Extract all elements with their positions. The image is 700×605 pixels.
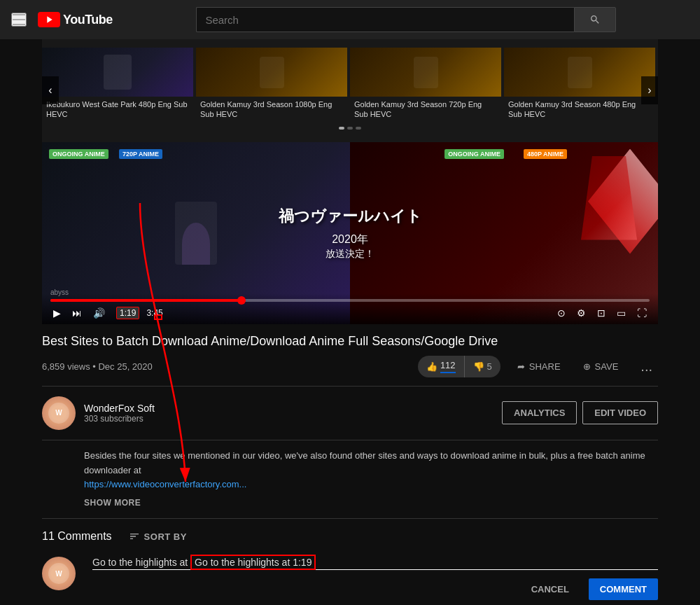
like-button[interactable]: 👍 112 [418, 356, 465, 377]
share-icon: ➦ [517, 361, 525, 372]
save-icon: ⊕ [583, 361, 591, 372]
captions-button[interactable]: ⊙ [554, 306, 568, 320]
comments-section: 11 Comments SORT BY W Go to the highligh… [42, 519, 658, 605]
thumbnail-title: Golden Kamuy 3rd Season 720p Eng Sub HEV… [350, 97, 501, 123]
list-item[interactable]: Golden Kamuy 3rd Season 720p Eng Sub HEV… [350, 48, 501, 123]
watermark: abyss [50, 288, 69, 296]
share-button[interactable]: ➦ SHARE [512, 359, 566, 375]
sort-button[interactable]: SORT BY [129, 531, 187, 542]
settings-button[interactable]: ⚙ [574, 306, 589, 320]
thumbs-up-icon: 👍 [426, 361, 438, 372]
dislike-count: 5 [487, 361, 492, 372]
video-info: Best Sites to Batch Download Anime/Downl… [42, 324, 658, 387]
description-text: Besides the four sites we mentioned in o… [84, 450, 645, 475]
edit-video-button[interactable]: EDIT VIDEO [582, 401, 658, 424]
show-more-button[interactable]: SHOW MORE [84, 496, 658, 510]
tag-ongoing-left: ONGOING ANIME [49, 149, 108, 159]
thumbnail-image [196, 48, 347, 97]
search-bar [196, 7, 616, 32]
description: Besides the four sites we mentioned in o… [42, 440, 658, 520]
comment-input-wrapper: Go to the highlights at Go to the highli… [92, 557, 658, 600]
comment-text-area: Go to the highlights at Go to the highli… [92, 557, 658, 570]
progress-dot [237, 296, 246, 305]
channel-name[interactable]: WonderFox Soft [84, 403, 155, 414]
video-player[interactable]: 禍つヴァールハイト 2020年 放送決定！ ONGOING ANIME 720P… [42, 142, 658, 324]
thumbnail-image [42, 48, 193, 97]
save-label: SAVE [595, 361, 619, 372]
main-content: ‹ Ikebukuro West Gate Park 480p Eng Sub … [14, 39, 686, 605]
video-title: Best Sites to Batch Download Anime/Downl… [42, 333, 658, 350]
skip-button[interactable]: ⏭ [69, 306, 85, 320]
carousel-prev-button[interactable]: ‹ [42, 76, 59, 104]
youtube-logo[interactable]: YouTube [38, 12, 113, 27]
commenter-avatar: W [42, 557, 76, 590]
more-options-button[interactable]: ... [635, 356, 658, 377]
tag-720p: 720P ANIME [119, 149, 162, 159]
miniplayer-button[interactable]: ⊡ [594, 306, 608, 320]
avatar-image: W [42, 396, 76, 430]
progress-fill [50, 299, 242, 302]
carousel-dot-1 [339, 127, 344, 130]
analytics-button[interactable]: ANALYTICS [502, 401, 577, 424]
search-input[interactable] [196, 7, 574, 32]
save-button[interactable]: ⊕ SAVE [578, 359, 624, 375]
share-label: SHARE [529, 361, 561, 372]
submit-comment-button[interactable]: COMMENT [589, 578, 658, 600]
carousel-dot-2 [347, 127, 353, 130]
tag-480p: 480P ANIME [524, 149, 567, 159]
channel-avatar[interactable]: W [42, 396, 76, 430]
thumbnail-title: Golden Kamuy 3rd Season 480p Eng Sub HEV… [504, 97, 655, 123]
thumbnail-image [504, 48, 655, 97]
commenter-avatar-image: W [42, 557, 76, 590]
comment-actions: CANCEL COMMENT [92, 578, 658, 600]
youtube-logo-text: YouTube [63, 13, 113, 27]
comment-text-static: Go to the highlights at Go to the highli… [92, 557, 658, 570]
video-jp-text: 禍つヴァールハイト [279, 206, 422, 227]
time-display: 1:19 3:45 [116, 308, 163, 318]
youtube-play-icon [43, 14, 55, 25]
fullscreen-button[interactable]: ⛶ [634, 306, 650, 320]
dislike-button[interactable]: 👎 5 [465, 357, 500, 376]
comment-timestamp-box: Go to the highlights at 1:19 [190, 555, 316, 570]
like-count: 112 [440, 360, 456, 373]
description-link[interactable]: https://www.videoconverterfactory.com... [84, 479, 246, 489]
thumbs-down-icon: 👎 [473, 361, 484, 372]
comment-input-row: W Go to the highlights at Go to the high… [42, 557, 658, 600]
comments-header: 11 Comments SORT BY [42, 530, 658, 543]
list-item[interactable]: Ikebukuro West Gate Park 480p Eng Sub HE… [42, 48, 193, 123]
thumbnail-image [350, 48, 501, 97]
cancel-comment-button[interactable]: CANCEL [520, 578, 580, 600]
list-item[interactable]: Golden Kamuy 3rd Season 480p Eng Sub HEV… [504, 48, 655, 123]
channel-info: WonderFox Soft 303 subscribers [84, 403, 155, 424]
upload-date-value: Dec 25, 2020 [98, 361, 152, 372]
video-meta-row: 6,859 views • Dec 25, 2020 👍 112 👎 5 [42, 356, 658, 377]
hamburger-button[interactable] [11, 13, 27, 27]
video-meta-left: 6,859 views • Dec 25, 2020 [42, 361, 153, 372]
sort-label: SORT BY [144, 531, 187, 542]
theater-button[interactable]: ▭ [614, 306, 629, 320]
channel-actions: ANALYTICS EDIT VIDEO [502, 401, 658, 424]
youtube-logo-icon [38, 12, 60, 27]
carousel-dot-3 [356, 127, 361, 130]
thumbnail-title: Golden Kamuy 3rd Season 1080p Eng Sub HE… [196, 97, 347, 123]
header: YouTube [0, 0, 700, 39]
subscriber-count: 303 subscribers [84, 414, 155, 424]
view-count: 6,859 views [42, 361, 90, 372]
carousel: ‹ Ikebukuro West Gate Park 480p Eng Sub … [42, 39, 658, 142]
progress-bar[interactable] [50, 299, 650, 302]
search-icon [589, 14, 601, 25]
search-button[interactable] [574, 7, 616, 32]
video-year-text: 2020年 放送決定！ [279, 232, 422, 260]
volume-button[interactable]: 🔊 [90, 306, 108, 320]
time-total: 3:45 [146, 308, 162, 318]
like-section: 👍 112 👎 5 [418, 356, 500, 377]
time-current: 1:19 [116, 307, 139, 319]
carousel-next-button[interactable]: › [641, 76, 658, 104]
tag-ongoing-right: ONGOING ANIME [444, 149, 504, 159]
carousel-dots [42, 123, 658, 134]
video-controls: ▶ ⏭ 🔊 1:19 3:45 abyss ⊙ ⚙ ⊡ ▭ ⛶ [42, 293, 658, 324]
controls-row: ▶ ⏭ 🔊 1:19 3:45 abyss ⊙ ⚙ ⊡ ▭ ⛶ [50, 306, 650, 320]
list-item[interactable]: Golden Kamuy 3rd Season 1080p Eng Sub HE… [196, 48, 347, 123]
play-button[interactable]: ▶ [50, 306, 64, 320]
carousel-inner: Ikebukuro West Gate Park 480p Eng Sub HE… [42, 48, 658, 123]
